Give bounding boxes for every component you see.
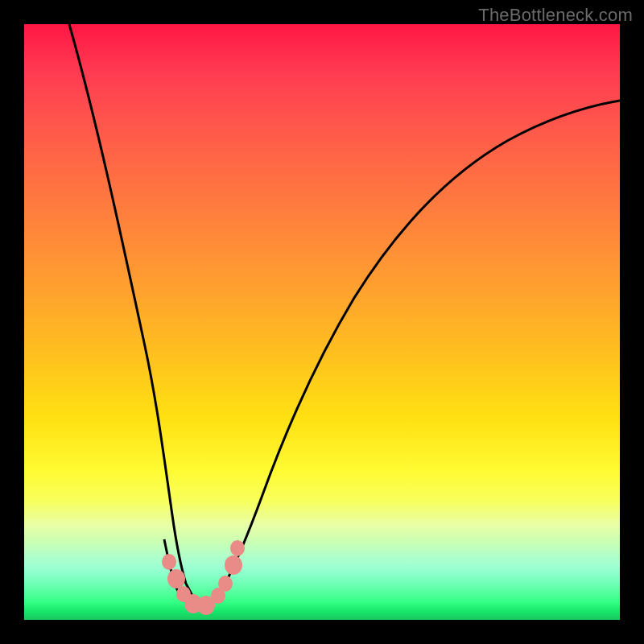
curve-marker [230,540,245,556]
plot-area [24,24,620,620]
watermark-text: TheBottleneck.com [478,5,633,26]
curve-marker [218,576,233,592]
chart-container: TheBottleneck.com [0,0,644,644]
curve-marker [162,554,176,570]
bottleneck-curve [24,24,620,620]
curve-marker [225,555,242,575]
